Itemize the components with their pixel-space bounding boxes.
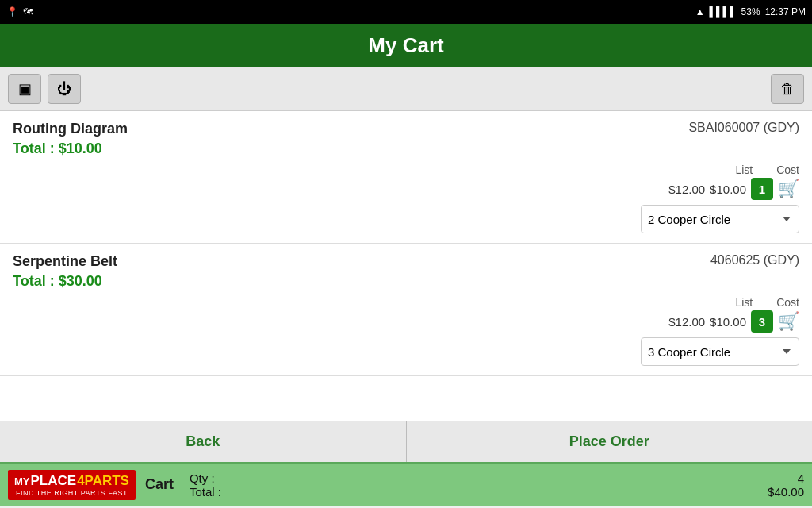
status-bar-left: 📍 🗺 (6, 6, 33, 17)
item-2-price-header: List Cost (13, 296, 799, 309)
footer-qty-label: Qty : (190, 471, 215, 485)
wifi-icon: ▲ (695, 6, 705, 17)
toolbar-left: ▣ ⏻ (8, 74, 81, 104)
power-button[interactable]: ⏻ (48, 74, 81, 104)
item-2-cost-price: $10.00 (710, 315, 746, 329)
cart-icon-2: 🛒 (778, 311, 799, 332)
cart-list: Routing Diagram SBAI060007 (GDY) Total :… (0, 111, 812, 421)
item-1-controls: 2 Cooper Circle 1 Cooper Circle 3 Cooper… (13, 205, 799, 233)
status-bar: 📍 🗺 ▲ ▌▌▌▌ 53% 12:37 PM (0, 0, 812, 24)
footer-total-value: $40.00 (768, 485, 804, 498)
route-icon: 🗺 (23, 6, 33, 17)
item-1-pricing: $12.00 $10.00 1 🛒 (13, 178, 799, 200)
item-2-total: Total : $30.00 (13, 273, 799, 290)
footer-info: Qty : 4 Total : $40.00 (190, 471, 804, 498)
bottom-buttons: Back Place Order (0, 421, 812, 462)
logo-tagline: FIND THE RIGHT PARTS FAST (16, 489, 128, 497)
cart-item-1: Routing Diagram SBAI060007 (GDY) Total :… (0, 111, 812, 244)
stop-button[interactable]: ▣ (8, 74, 41, 104)
item-1-name: Routing Diagram (13, 121, 128, 137)
back-button[interactable]: Back (0, 421, 407, 462)
cart-icon-1: 🛒 (778, 179, 799, 199)
item-2-sku: 4060625 (GDY) (710, 253, 799, 267)
item-1-total: Total : $10.00 (13, 140, 799, 157)
logo-my: MY (14, 475, 30, 487)
cost-label-1: Cost (776, 164, 799, 176)
list-label-2: List (735, 296, 753, 309)
footer-total-label: Total : (190, 485, 221, 498)
item-1-sku: SBAI060007 (GDY) (688, 121, 799, 135)
cart-item-1-header: Routing Diagram SBAI060007 (GDY) (13, 121, 799, 137)
location-icon: 📍 (6, 6, 18, 17)
item-2-controls: 3 Cooper Circle 1 Cooper Circle 2 Cooper… (13, 337, 799, 366)
time-display: 12:37 PM (765, 6, 806, 17)
item-2-name: Serpentine Belt (13, 253, 117, 270)
item-1-price-header: List Cost (13, 164, 799, 176)
item-1-qty-badge: 1 (751, 178, 773, 200)
cart-item-2-header: Serpentine Belt 4060625 (GDY) (13, 253, 799, 270)
footer: MY PLACE 4PARTS FIND THE RIGHT PARTS FAS… (0, 462, 812, 506)
title-bar: My Cart (0, 24, 812, 67)
footer-cart-label: Cart (145, 476, 174, 493)
battery-text: 53% (741, 6, 760, 17)
footer-qty-row: Qty : 4 (190, 471, 804, 485)
cart-item-2: Serpentine Belt 4060625 (GDY) Total : $3… (0, 244, 812, 376)
delete-button[interactable]: 🗑 (771, 74, 804, 104)
toolbar: ▣ ⏻ 🗑 (0, 67, 812, 111)
logo-place: PLACE (31, 473, 77, 489)
page-title: My Cart (368, 33, 443, 58)
status-bar-right: ▲ ▌▌▌▌ 53% 12:37 PM (695, 6, 806, 17)
item-1-location-select[interactable]: 2 Cooper Circle 1 Cooper Circle 3 Cooper… (641, 205, 799, 233)
item-2-location-select[interactable]: 3 Cooper Circle 1 Cooper Circle 2 Cooper… (641, 337, 799, 366)
list-label-1: List (735, 164, 753, 176)
item-2-pricing: $12.00 $10.00 3 🛒 (13, 310, 799, 333)
footer-qty-value: 4 (798, 471, 804, 485)
signal-icon: ▌▌▌▌ (710, 6, 737, 17)
item-2-qty-badge: 3 (751, 310, 773, 333)
item-1-cost-price: $10.00 (710, 183, 746, 196)
logo: MY PLACE 4PARTS FIND THE RIGHT PARTS FAS… (8, 470, 136, 500)
item-2-list-price: $12.00 (668, 315, 705, 329)
cost-label-2: Cost (776, 296, 799, 309)
place-order-button[interactable]: Place Order (407, 421, 813, 462)
logo-4parts: 4PARTS (77, 473, 129, 489)
footer-total-row: Total : $40.00 (190, 485, 804, 498)
item-1-list-price: $12.00 (668, 183, 705, 196)
